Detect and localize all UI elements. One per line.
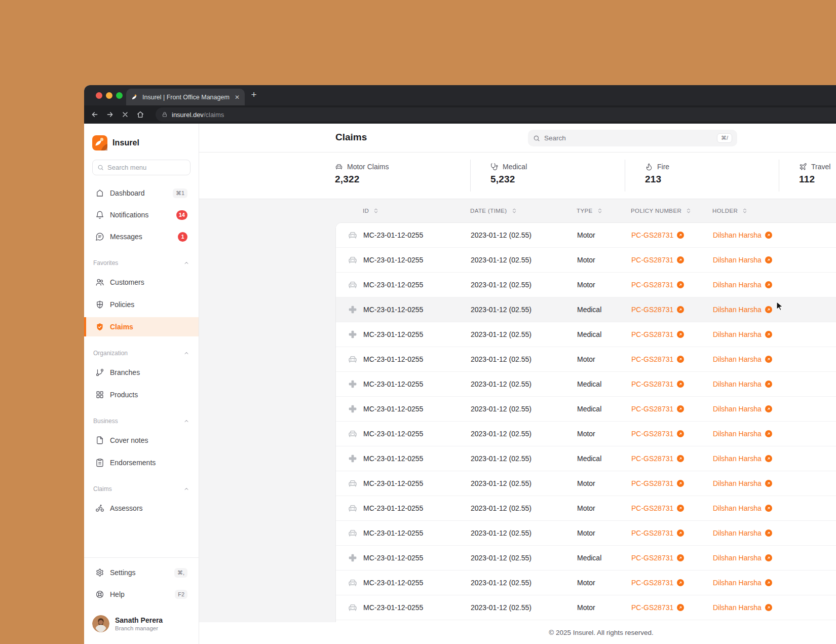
minimize-window-button[interactable]: [106, 92, 112, 99]
sidebar-item-products[interactable]: Products: [92, 385, 191, 404]
table-row[interactable]: MC-23-01-12-02552023-01-12 (02.55)MotorP…: [336, 496, 836, 521]
sidebar-item-cover-notes[interactable]: Cover notes: [92, 431, 191, 450]
table-row[interactable]: MC-23-01-12-02552023-01-12 (02.55)MotorP…: [336, 422, 836, 446]
holder-link[interactable]: Dilshan Harsha: [713, 504, 772, 512]
column-header-policy-number[interactable]: POLICY NUMBER: [631, 208, 712, 214]
policy-number-link[interactable]: PC-GS28731: [631, 330, 684, 338]
holder-link[interactable]: Dilshan Harsha: [713, 579, 772, 587]
search-shortcut-badge: ⌘/: [717, 133, 732, 143]
table-row[interactable]: MC-23-01-12-02552023-01-12 (02.55)MotorP…: [336, 273, 836, 297]
claim-type-cell: Motor: [577, 281, 631, 289]
sidebar-section-title[interactable]: Favorites: [92, 258, 191, 268]
stop-reload-icon[interactable]: [121, 110, 129, 119]
claim-date-cell: 2023-01-12 (02.55): [471, 504, 577, 512]
column-label: HOLDER: [712, 208, 738, 214]
column-header-type[interactable]: TYPE: [577, 208, 631, 214]
sidebar-item-label: Messages: [110, 233, 172, 241]
sidebar-item-settings[interactable]: Settings⌘,: [92, 563, 191, 582]
sidebar-item-policies[interactable]: Policies: [92, 295, 191, 314]
page-header: Claims Search ⌘/: [199, 124, 836, 153]
sidebar-item-customers[interactable]: Customers: [92, 273, 191, 292]
table-row[interactable]: MC-23-01-12-02552023-01-12 (02.55)Medica…: [336, 372, 836, 397]
sidebar-section-title[interactable]: Claims: [92, 484, 191, 494]
sidebar-search-input[interactable]: Search menu: [92, 160, 191, 175]
sidebar-item-claims[interactable]: Claims: [84, 317, 199, 336]
policy-number-link[interactable]: PC-GS28731: [631, 256, 684, 264]
column-header-holder[interactable]: HOLDER: [712, 208, 836, 214]
holder-link[interactable]: Dilshan Harsha: [713, 529, 772, 537]
table-row[interactable]: MC-23-01-12-02552023-01-12 (02.55)MotorP…: [336, 471, 836, 496]
address-bar[interactable]: insurel.dev/claims: [156, 107, 836, 122]
holder-link[interactable]: Dilshan Harsha: [713, 256, 772, 264]
holder-link[interactable]: Dilshan Harsha: [713, 554, 772, 562]
holder-link[interactable]: Dilshan Harsha: [713, 380, 772, 388]
column-header-id[interactable]: ID: [363, 208, 470, 214]
sidebar-section-title[interactable]: Business: [92, 416, 191, 426]
sidebar-section-title[interactable]: Organization: [92, 349, 191, 358]
close-window-button[interactable]: [96, 92, 102, 99]
external-link-icon: [765, 381, 772, 388]
policy-number-link[interactable]: PC-GS28731: [631, 454, 684, 463]
policy-number-link[interactable]: PC-GS28731: [631, 603, 684, 612]
policy-number-link[interactable]: PC-GS28731: [631, 405, 684, 413]
user-profile[interactable]: Sanath Perera Branch manager: [92, 615, 191, 632]
policy-number-link[interactable]: PC-GS28731: [631, 281, 684, 289]
policy-number-link[interactable]: PC-GS28731: [631, 554, 684, 562]
sidebar-item-label: Claims: [110, 323, 187, 331]
claim-type-cell: Motor: [577, 231, 631, 239]
sidebar-item-messages[interactable]: Messages1: [92, 227, 191, 246]
sidebar-item-branches[interactable]: Branches: [92, 363, 191, 382]
holder-link[interactable]: Dilshan Harsha: [713, 330, 772, 338]
table-row[interactable]: MC-23-01-12-02552023-01-12 (02.55)MotorP…: [336, 248, 836, 273]
browser-tab[interactable]: Insurel | Front Office Managem ✕: [126, 89, 245, 105]
window-controls[interactable]: [96, 92, 123, 99]
policy-number-link[interactable]: PC-GS28731: [631, 380, 684, 388]
table-row[interactable]: MC-23-01-12-02552023-01-12 (02.55)MotorP…: [336, 571, 836, 595]
holder-link[interactable]: Dilshan Harsha: [713, 355, 772, 363]
sidebar-section-items: Cover notesEndorsements: [92, 431, 191, 472]
holder-link[interactable]: Dilshan Harsha: [713, 454, 772, 463]
maximize-window-button[interactable]: [116, 92, 123, 99]
global-search-input[interactable]: Search ⌘/: [528, 130, 737, 146]
holder-link[interactable]: Dilshan Harsha: [713, 405, 772, 413]
policy-number-link[interactable]: PC-GS28731: [631, 479, 684, 487]
column-header-date-time-[interactable]: DATE (TIME): [470, 208, 577, 214]
policy-number-link[interactable]: PC-GS28731: [631, 231, 684, 239]
holder-link[interactable]: Dilshan Harsha: [713, 479, 772, 487]
sidebar-item-notifications[interactable]: Notifications14: [92, 205, 191, 224]
sidebar-item-endorsements[interactable]: Endorsements: [92, 453, 191, 472]
holder-link[interactable]: Dilshan Harsha: [713, 306, 772, 314]
new-tab-button[interactable]: +: [248, 89, 260, 100]
table-row[interactable]: MC-23-01-12-02552023-01-12 (02.55)MotorP…: [336, 223, 836, 248]
policy-number-link[interactable]: PC-GS28731: [631, 306, 684, 314]
holder-link[interactable]: Dilshan Harsha: [713, 281, 772, 289]
policy-number-link[interactable]: PC-GS28731: [631, 579, 684, 587]
sidebar-section-items: CustomersPoliciesClaims: [92, 273, 191, 336]
sort-icon: [597, 208, 602, 213]
policy-number-link[interactable]: PC-GS28731: [631, 504, 684, 512]
table-row[interactable]: MC-23-01-12-02552023-01-12 (02.55)Medica…: [336, 297, 836, 322]
claim-type-cell: Medical: [577, 330, 631, 338]
page-title: Claims: [335, 132, 367, 143]
home-nav-icon[interactable]: [136, 110, 144, 119]
tab-close-icon[interactable]: ✕: [235, 94, 240, 101]
forward-icon[interactable]: [106, 110, 114, 119]
table-row[interactable]: MC-23-01-12-02552023-01-12 (02.55)Medica…: [336, 546, 836, 571]
policy-number-link[interactable]: PC-GS28731: [631, 355, 684, 363]
holder-link[interactable]: Dilshan Harsha: [713, 231, 772, 239]
table-row[interactable]: MC-23-01-12-02552023-01-12 (02.55)Medica…: [336, 322, 836, 347]
table-row[interactable]: MC-23-01-12-02552023-01-12 (02.55)MotorP…: [336, 347, 836, 372]
sidebar-item-label: Endorsements: [110, 459, 187, 467]
holder-link[interactable]: Dilshan Harsha: [713, 603, 772, 612]
table-row[interactable]: MC-23-01-12-02552023-01-12 (02.55)Medica…: [336, 397, 836, 422]
table-row[interactable]: MC-23-01-12-02552023-01-12 (02.55)MotorP…: [336, 521, 836, 546]
holder-link[interactable]: Dilshan Harsha: [713, 430, 772, 438]
back-icon[interactable]: [91, 110, 99, 119]
policy-number-link[interactable]: PC-GS28731: [631, 430, 684, 438]
sidebar-item-help[interactable]: HelpF2: [92, 585, 191, 604]
sidebar-item-assessors[interactable]: Assessors: [92, 499, 191, 518]
table-row[interactable]: MC-23-01-12-02552023-01-12 (02.55)Medica…: [336, 446, 836, 471]
table-row[interactable]: MC-23-01-12-02552023-01-12 (02.55)MotorP…: [336, 595, 836, 620]
sidebar-item-dashboard[interactable]: Dashboard⌘1: [92, 183, 191, 203]
policy-number-link[interactable]: PC-GS28731: [631, 529, 684, 537]
